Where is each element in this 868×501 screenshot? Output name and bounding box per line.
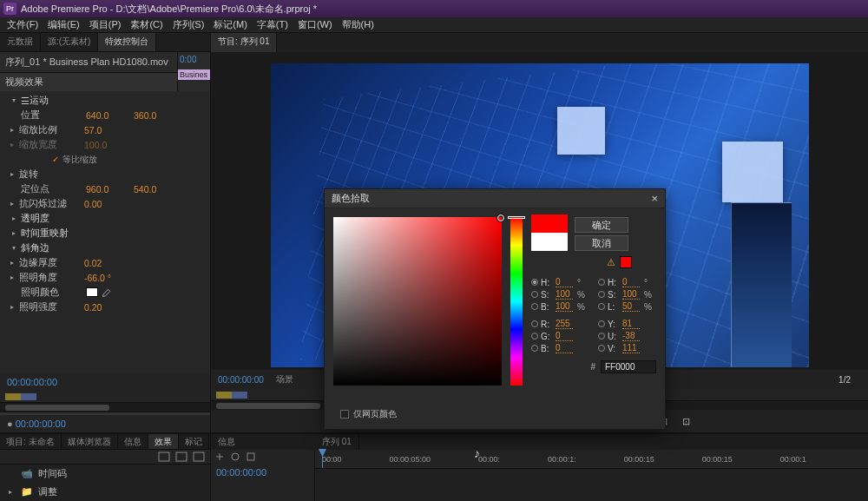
r-value[interactable]: 255 — [556, 319, 573, 329]
radio-s[interactable] — [531, 291, 538, 298]
btab-project[interactable]: 项目: 未命名 — [0, 434, 62, 449]
dialog-title: 颜色拾取 — [332, 192, 370, 205]
radio-h[interactable] — [531, 279, 538, 286]
menu-help[interactable]: 帮助(H) — [339, 17, 378, 32]
web-only-label: 仅网页颜色 — [353, 408, 397, 420]
preset-icon-2[interactable] — [175, 452, 187, 462]
radio-l[interactable] — [598, 303, 605, 310]
lightcolor-swatch[interactable] — [86, 287, 98, 297]
window-title: Adobe Premiere Pro - D:\文档\Adobe\Premier… — [21, 3, 317, 16]
playhead-icon[interactable] — [322, 450, 323, 468]
edge-label: 边缘厚度 — [19, 257, 84, 269]
tl-info-tab[interactable]: 信息 — [211, 434, 242, 450]
bevel-group[interactable]: ▾斜角边 — [0, 241, 210, 255]
effect-timecode[interactable]: 00:00:00:00 — [7, 377, 57, 387]
tl-snap-icon[interactable] — [214, 452, 225, 462]
timeline-tc[interactable]: 00:00:00:00 — [211, 464, 314, 481]
color-preview — [531, 214, 568, 251]
u-value[interactable]: -38 — [622, 331, 640, 341]
monitor-tc[interactable]: 00:00:00:00 — [218, 375, 264, 385]
hex-input[interactable] — [601, 360, 656, 373]
effect-timecode2[interactable]: 00:00:00:00 — [16, 419, 66, 429]
preset-icon-3[interactable] — [193, 452, 205, 462]
hue-indicator[interactable] — [508, 216, 525, 219]
btab-effects[interactable]: 效果 — [148, 434, 179, 449]
tab-program[interactable]: 节目: 序列 01 — [211, 33, 277, 52]
radio-g[interactable] — [531, 333, 538, 339]
tab-source[interactable]: 源:(无素材) — [41, 33, 98, 51]
saturation-field[interactable] — [333, 217, 502, 386]
radio-b[interactable] — [531, 303, 538, 310]
tab-effect-controls[interactable]: 特效控制台 — [98, 33, 156, 51]
menu-title[interactable]: 字幕(T) — [253, 17, 292, 32]
timeremap-group[interactable]: ▸时间重映射 — [0, 226, 210, 241]
svg-point-3 — [232, 453, 239, 460]
s2-value[interactable]: 100 — [622, 289, 640, 300]
menu-file[interactable]: 文件(F) — [3, 17, 42, 32]
hue-slider[interactable] — [510, 217, 523, 386]
tl-seq-tab[interactable]: 序列 01 — [315, 434, 359, 450]
y-value[interactable]: 81 — [622, 319, 640, 329]
lightcolor-label: 照明颜色 — [21, 287, 86, 299]
close-icon[interactable]: × — [651, 192, 658, 205]
effect-hscroll[interactable] — [0, 403, 210, 412]
s-value[interactable]: 100 — [556, 289, 573, 300]
menu-sequence[interactable]: 序列(S) — [169, 17, 208, 32]
radio-u[interactable] — [598, 333, 605, 339]
radio-h2[interactable] — [598, 279, 605, 286]
eyedropper-icon[interactable] — [102, 287, 112, 298]
h-value[interactable]: 0 — [556, 277, 573, 287]
position-x[interactable]: 640.0 — [86, 110, 134, 121]
tab-metadata[interactable]: 元数据 — [0, 33, 41, 51]
l-value[interactable]: 50 — [622, 301, 640, 312]
cancel-button[interactable]: 取消 — [575, 235, 628, 251]
btab-markers[interactable]: 标记 — [179, 434, 209, 449]
tl-marker-icon[interactable] — [230, 452, 240, 462]
radio-y[interactable] — [598, 320, 605, 327]
opacity-group[interactable]: ▸透明度 — [0, 211, 210, 226]
radio-s2[interactable] — [598, 291, 605, 298]
video-effects-header: 视频效果 — [0, 73, 177, 91]
web-only-checkbox[interactable] — [340, 410, 349, 419]
menu-window[interactable]: 窗口(W) — [294, 17, 336, 32]
timeline-ruler[interactable]: 00:00 00:00:05:00 ♪00:00: 00:00:1: 00:00… — [315, 450, 868, 469]
ok-button[interactable]: 确定 — [575, 217, 628, 233]
menu-edit[interactable]: 编辑(E) — [44, 17, 83, 32]
angle-value[interactable]: -66.0 ° — [84, 273, 132, 283]
effect-ruler[interactable] — [0, 391, 210, 403]
menu-marker[interactable]: 标记(M) — [210, 17, 251, 32]
menu-project[interactable]: 项目(P) — [86, 17, 125, 32]
edge-value[interactable]: 0.02 — [84, 258, 132, 268]
zoom-fraction[interactable]: 1/2 — [838, 375, 851, 385]
tl-link-icon[interactable] — [246, 452, 256, 462]
radio-bv[interactable] — [531, 345, 538, 352]
export-frame[interactable]: ⊡ — [679, 413, 694, 429]
radio-r[interactable] — [531, 320, 538, 327]
bv-value[interactable]: 0 — [556, 343, 573, 353]
btab-info[interactable]: 信息 — [118, 434, 148, 449]
btab-media[interactable]: 媒体浏览器 — [62, 434, 118, 449]
scalew-value[interactable]: 100.0 — [84, 140, 132, 150]
h2-value[interactable]: 0 — [622, 277, 640, 287]
saturation-handle[interactable] — [497, 214, 504, 221]
svg-rect-4 — [247, 453, 254, 460]
flicker-value[interactable]: 0.00 — [84, 199, 132, 209]
preset-icon[interactable] — [158, 452, 170, 462]
b-value[interactable]: 100 — [556, 301, 573, 312]
anchor-x[interactable]: 960.0 — [86, 184, 134, 194]
preset-adjust[interactable]: ▸📁 调整 — [0, 483, 210, 501]
g-value[interactable]: 0 — [556, 331, 573, 341]
radio-v[interactable] — [598, 345, 605, 352]
position-y[interactable]: 360.0 — [134, 110, 181, 121]
gamut-swatch[interactable] — [620, 256, 632, 268]
anchor-y[interactable]: 540.0 — [134, 184, 181, 194]
clip-badge: Busines — [178, 69, 210, 80]
scale-value[interactable]: 57.0 — [84, 125, 132, 135]
intensity-value[interactable]: 0.20 — [84, 302, 132, 313]
svg-rect-2 — [194, 452, 204, 461]
menu-clip[interactable]: 素材(C) — [127, 17, 166, 32]
preset-timecode[interactable]: 📹 时间码 — [0, 465, 210, 483]
motion-group[interactable]: ▾☰ 运动 — [0, 93, 210, 108]
uniform-check[interactable]: ✓ — [52, 155, 59, 164]
v-value[interactable]: 111 — [622, 343, 640, 353]
